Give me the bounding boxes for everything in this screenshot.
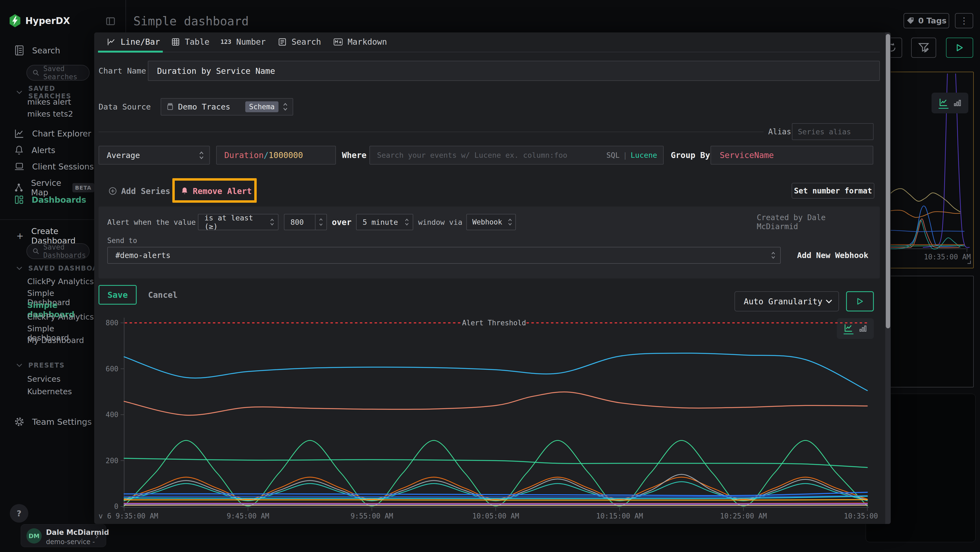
granularity-select[interactable]: Auto Granularity xyxy=(735,291,839,311)
updown-chevrons-icon xyxy=(508,218,512,226)
save-button[interactable]: Save xyxy=(99,285,137,305)
set-number-format-button[interactable]: Set number format xyxy=(792,183,874,199)
alert-channel-type-select[interactable]: Webhook xyxy=(466,214,516,230)
saved-search-item[interactable]: mikes alert xyxy=(27,97,71,107)
play-icon xyxy=(856,298,864,305)
updown-chevrons-icon xyxy=(283,102,288,112)
saved-dashboard-item[interactable]: My Dashboard xyxy=(27,336,84,345)
sidebar-item-dashboards[interactable]: Dashboards xyxy=(14,195,86,204)
app-screen: HyperDX Simple dashboard 0 Tags ⋮ xyxy=(0,0,980,552)
preset-item[interactable]: Kubernetes xyxy=(27,387,72,396)
kebab-icon: ⋮ xyxy=(960,16,969,26)
where-search-input[interactable]: Search your events w/ Lucene ex. column:… xyxy=(369,146,664,164)
svg-text:10:05:00 AM: 10:05:00 AM xyxy=(472,512,519,520)
group-by-value: ServiceName xyxy=(720,150,774,160)
alias-input[interactable]: Series alias xyxy=(792,123,873,140)
add-series-button[interactable]: Add Series xyxy=(109,183,170,199)
svg-text:9:45:00 AM: 9:45:00 AM xyxy=(227,512,269,520)
add-new-webhook-button[interactable]: Add New Webhook xyxy=(797,247,869,264)
sidebar-item-client-sessions[interactable]: Client Sessions xyxy=(14,161,94,171)
alert-over-label: over xyxy=(332,214,352,230)
line-chart-icon xyxy=(107,38,116,46)
saved-searches-placeholder: Saved Searches xyxy=(43,65,89,81)
lucene-toggle[interactable]: Lucene xyxy=(630,151,657,160)
chevron-right-icon: › xyxy=(95,530,99,541)
tag-icon xyxy=(906,17,915,25)
schema-badge[interactable]: Schema xyxy=(245,101,278,112)
number-stepper[interactable] xyxy=(315,214,326,230)
run-query-background-button[interactable] xyxy=(946,38,973,58)
saved-dashboards-input[interactable]: Saved Dashboards xyxy=(26,243,89,259)
sql-toggle[interactable]: SQL xyxy=(606,151,620,160)
chart-name-input[interactable]: Duration by Service Name xyxy=(148,61,880,81)
bar-chart-icon[interactable] xyxy=(953,98,961,108)
tab-table[interactable]: Table xyxy=(171,37,209,46)
bell-icon xyxy=(14,145,24,155)
svg-text:10:25:00 AM: 10:25:00 AM xyxy=(720,512,767,520)
create-dashboard-button[interactable]: + Create Dashboard xyxy=(16,227,94,246)
sidebar-search-label: Search xyxy=(32,46,60,55)
sidebar-item-alerts[interactable]: Alerts xyxy=(14,145,55,155)
number-123-icon: 123 xyxy=(221,38,231,45)
tab-markdown[interactable]: Markdown xyxy=(334,37,387,46)
sql-lucene-divider: | xyxy=(623,151,627,160)
svg-text:200: 200 xyxy=(106,457,118,465)
tab-line-bar[interactable]: Line/Bar xyxy=(107,37,160,46)
sidebar-collapse-button[interactable] xyxy=(105,15,116,27)
alert-window-select[interactable]: 5 minute xyxy=(356,214,413,230)
sidebar-item-chart-explorer[interactable]: Chart Explorer xyxy=(14,128,91,139)
chevron-down-icon xyxy=(16,91,22,94)
run-chart-button[interactable] xyxy=(846,291,874,311)
series-divider xyxy=(99,132,764,132)
user-subtitle: demo-service - xyxy=(46,538,95,546)
filter-edit-icon xyxy=(918,42,930,54)
help-button[interactable]: ? xyxy=(10,504,28,523)
alert-threshold-input[interactable]: 800 xyxy=(284,214,327,230)
remove-alert-button[interactable]: Remove Alert xyxy=(181,183,252,199)
saved-dashboards-section-header[interactable]: SAVED DASHBOARDS xyxy=(16,265,94,272)
svg-text:600: 600 xyxy=(106,365,118,373)
page-title: Simple dashboard xyxy=(134,14,249,28)
tab-search[interactable]: Search xyxy=(278,37,321,46)
svg-text:9:55:00 AM: 9:55:00 AM xyxy=(351,512,393,520)
svg-text:Alert Threshold: Alert Threshold xyxy=(462,319,526,327)
background-chart-toggle[interactable] xyxy=(932,93,968,113)
modal-scrollbar-thumb[interactable] xyxy=(886,34,890,328)
alert-condition-select[interactable]: is at least (≥) xyxy=(198,214,278,230)
group-by-input[interactable]: ServiceName xyxy=(711,146,873,164)
tabs-underline xyxy=(98,52,880,52)
chevron-down-icon xyxy=(826,299,832,303)
search-list-icon xyxy=(278,38,286,46)
line-chart-icon[interactable] xyxy=(939,97,948,109)
svg-text:400: 400 xyxy=(106,411,118,419)
tags-button[interactable]: 0 Tags xyxy=(904,13,949,28)
preset-item[interactable]: Services xyxy=(27,374,60,384)
sidebar-item-team-settings[interactable]: Team Settings xyxy=(14,416,92,427)
saved-dashboard-item[interactable]: ClickPy Analytics xyxy=(27,312,94,322)
logo[interactable]: HyperDX xyxy=(9,14,70,28)
sidebar-item-search[interactable]: Search xyxy=(14,45,60,56)
data-source-value: Demo Traces xyxy=(178,102,230,112)
sidebar-item-service-map[interactable]: Service Map BETA xyxy=(14,178,94,197)
alias-label: Alias xyxy=(768,123,791,140)
data-source-select[interactable]: Demo Traces Schema xyxy=(161,98,293,115)
filter-button[interactable] xyxy=(911,38,936,58)
field-denominator: 1000000 xyxy=(269,150,303,160)
presets-section-header[interactable]: PRESETS xyxy=(16,362,65,369)
saved-search-item[interactable]: mikes tets2 xyxy=(27,109,73,118)
saved-searches-input[interactable]: Saved Searches xyxy=(26,65,89,81)
field-expression-input[interactable]: Duration/1000000 xyxy=(216,146,336,164)
cancel-button[interactable]: Cancel xyxy=(146,285,179,305)
panel-resize-handle[interactable] xyxy=(965,258,971,264)
aggregation-select[interactable]: Average xyxy=(99,146,210,164)
tab-number[interactable]: 123 Number xyxy=(221,37,266,46)
kebab-menu-button[interactable]: ⋮ xyxy=(955,13,973,28)
svg-text:0: 0 xyxy=(114,503,118,511)
bell-icon xyxy=(181,187,188,195)
saved-dashboard-item[interactable]: ClickPy Analytics xyxy=(27,277,94,286)
send-to-select[interactable]: #demo-alerts xyxy=(107,247,781,264)
sidebar: Search Saved Searches SAVED SEARCHES mik… xyxy=(0,32,94,552)
where-label: Where xyxy=(342,146,366,164)
table-icon xyxy=(171,38,180,46)
user-card[interactable]: DM Dale McDiarmid demo-service - › xyxy=(21,524,106,547)
